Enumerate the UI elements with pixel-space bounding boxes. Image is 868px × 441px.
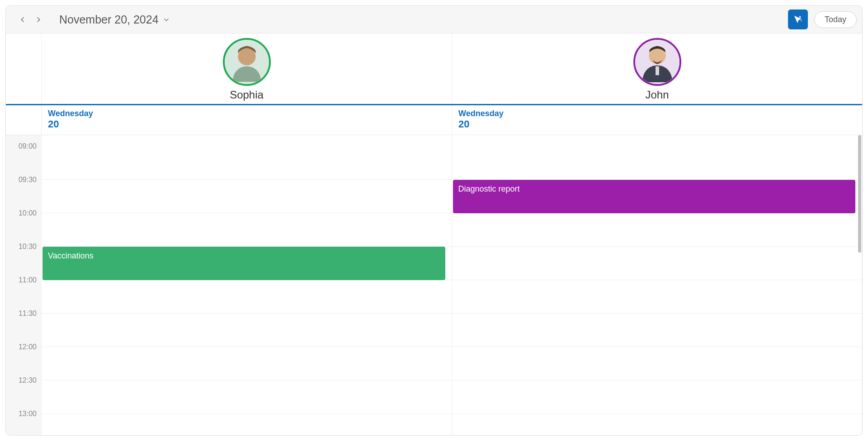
- cursor-sparkle-icon: [793, 14, 803, 24]
- person-icon: [225, 40, 269, 84]
- chevron-left-icon: [19, 16, 26, 23]
- time-slot[interactable]: [452, 280, 862, 314]
- time-label: 12:00: [19, 343, 37, 351]
- day-header-row: Wednesday 20 Wednesday 20: [6, 105, 862, 135]
- svg-rect-4: [656, 66, 659, 75]
- time-slot[interactable]: [42, 180, 452, 213]
- time-slot[interactable]: [42, 347, 452, 380]
- resource-column[interactable]: Vaccinations: [42, 135, 452, 435]
- chevron-down-icon: [163, 16, 170, 23]
- appointment-title: Diagnostic report: [458, 184, 520, 193]
- time-slot[interactable]: [452, 213, 862, 247]
- day-header-cell[interactable]: Wednesday 20: [42, 105, 452, 135]
- day-name-label: Wednesday: [48, 109, 445, 118]
- next-button[interactable]: [30, 12, 46, 27]
- appointment-title: Vaccinations: [48, 251, 94, 260]
- time-slot[interactable]: [42, 146, 452, 180]
- time-label: 12:30: [19, 376, 37, 385]
- time-label: 10:30: [19, 243, 37, 251]
- today-button[interactable]: Today: [814, 11, 857, 28]
- time-slot[interactable]: [452, 380, 862, 414]
- appointment[interactable]: Vaccinations: [42, 247, 445, 280]
- time-slot[interactable]: [452, 347, 862, 380]
- scrollbar-thumb[interactable]: [858, 135, 861, 253]
- avatar: [223, 38, 271, 86]
- time-slot[interactable]: [42, 414, 452, 435]
- time-slot[interactable]: [452, 314, 862, 347]
- time-slot[interactable]: [42, 280, 452, 314]
- chevron-right-icon: [35, 16, 42, 23]
- today-button-label: Today: [825, 15, 846, 24]
- time-gutter-header: [6, 105, 42, 135]
- time-slot[interactable]: [452, 146, 862, 180]
- appointment[interactable]: Diagnostic report: [453, 180, 856, 213]
- day-number-label: 20: [458, 118, 856, 130]
- resource-header-john[interactable]: John: [452, 33, 862, 104]
- time-slot[interactable]: [42, 380, 452, 414]
- time-grid: 09:0009:3010:0010:3011:0011:3012:0012:30…: [6, 135, 862, 435]
- time-label: 09:30: [19, 176, 37, 184]
- current-date-label: November 20, 2024: [59, 13, 159, 26]
- grid-columns: Vaccinations Diagnostic report: [42, 135, 862, 435]
- prev-button[interactable]: [15, 12, 30, 27]
- avatar: [633, 38, 681, 86]
- time-slot[interactable]: [42, 314, 452, 347]
- time-gutter: 09:0009:3010:0010:3011:0011:3012:0012:30…: [6, 135, 42, 435]
- resource-name-label: John: [645, 89, 669, 101]
- time-slot[interactable]: [42, 213, 452, 247]
- time-slot[interactable]: [452, 247, 862, 280]
- toolbar: November 20, 2024 Today: [6, 6, 862, 33]
- time-label: 13:00: [19, 410, 37, 418]
- resource-header-sophia[interactable]: Sophia: [42, 33, 452, 104]
- time-label: 11:30: [19, 310, 37, 318]
- date-picker[interactable]: November 20, 2024: [59, 13, 170, 26]
- time-gutter-header: [6, 33, 42, 104]
- resource-name-label: Sophia: [230, 89, 264, 101]
- time-label: 11:00: [19, 276, 37, 284]
- time-label: 10:00: [19, 209, 37, 217]
- day-header-cell[interactable]: Wednesday 20: [452, 105, 862, 135]
- resource-header-row: Sophia John: [6, 33, 862, 105]
- resource-column[interactable]: Diagnostic report: [452, 135, 863, 435]
- day-name-label: Wednesday: [458, 109, 856, 118]
- ai-cursor-button[interactable]: [788, 9, 808, 29]
- day-number-label: 20: [48, 118, 445, 130]
- time-slot[interactable]: [452, 414, 862, 435]
- person-icon: [635, 40, 679, 84]
- time-label: 09:00: [19, 142, 37, 150]
